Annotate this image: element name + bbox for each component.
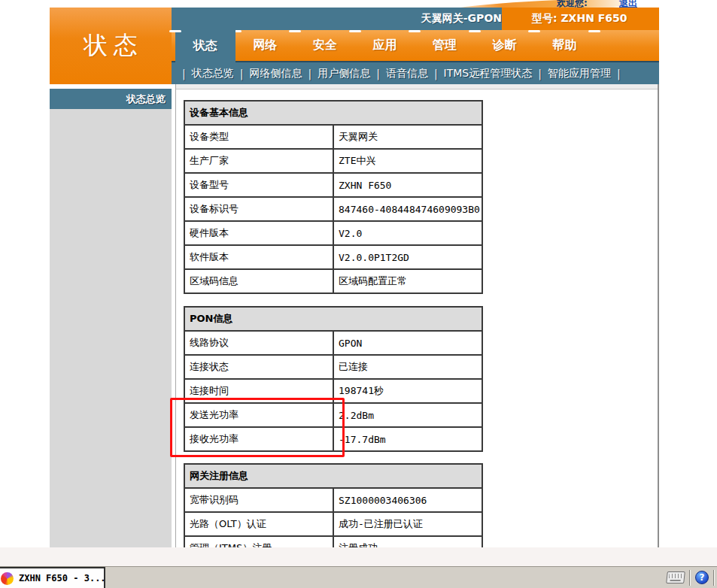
row-value: GPON [333, 331, 482, 355]
browser-logo-icon [1, 572, 14, 585]
table-row: 软件版本V2.0.0P1T2GD [184, 245, 482, 269]
table-row: 线路协议GPON [184, 331, 482, 355]
table-row: 管理（ITMS）注册注册成功 [184, 536, 482, 547]
subnav-item-1[interactable]: 网络侧信息 [249, 67, 302, 80]
tab-2[interactable]: 安全 [295, 30, 355, 61]
tray-divider [713, 570, 715, 586]
row-value: -17.7dBm [333, 427, 482, 451]
tab-label: 帮助 [552, 38, 576, 53]
row-value: 847460-408448474609093B0 [333, 197, 482, 221]
table-row: 发送光功率2.2dBm [184, 403, 482, 427]
subnav-separator: | [617, 68, 621, 80]
table-row: 连接时间198741秒 [184, 379, 482, 403]
row-value: ZTE中兴 [333, 149, 482, 173]
keyboard-icon[interactable] [666, 571, 685, 583]
row-label: 接收光功率 [184, 427, 333, 451]
subnav-item-4[interactable]: ITMS远程管理状态 [444, 67, 533, 80]
row-label: 宽带识别码 [184, 488, 333, 512]
subnav-separator: | [240, 68, 244, 80]
subnav-item-2[interactable]: 用户侧信息 [317, 67, 370, 80]
table-row: 生产厂家ZTE中兴 [184, 149, 482, 173]
taskbar-tray: ? [667, 567, 717, 588]
tab-1[interactable]: 网络 [235, 30, 296, 61]
subnav-separator: | [434, 68, 438, 80]
row-value: SZ1000003406306 [333, 488, 482, 512]
row-label: 管理（ITMS）注册 [184, 536, 333, 547]
table-row: 区域码信息区域码配置正常 [184, 269, 482, 293]
subnav-separator: | [308, 68, 311, 80]
tables-container: 设备基本信息设备类型天翼网关生产厂家ZTE中兴设备型号ZXHN F650设备标识… [176, 100, 658, 547]
row-label: 硬件版本 [184, 221, 333, 245]
banner-swoosh-decoration [441, 0, 644, 8]
tab-bar: 状态网络安全应用管理诊断帮助 [175, 30, 594, 61]
info-table-0: 设备基本信息设备类型天翼网关生产厂家ZTE中兴设备型号ZXHN F650设备标识… [184, 100, 483, 294]
row-label: 连接时间 [184, 379, 333, 403]
row-value: 2.2dBm [333, 403, 482, 427]
subnav-separator: | [538, 68, 542, 80]
product-name-band: 天翼网关-GPON [172, 8, 502, 30]
info-table-1: PON信息线路协议GPON连接状态已连接连接时间198741秒发送光功率2.2d… [184, 306, 483, 452]
table-row: 连接状态已连接 [184, 355, 482, 379]
tab-4[interactable]: 管理 [415, 30, 475, 61]
row-value: 注册成功 [333, 536, 482, 547]
help-question-icon[interactable]: ? [695, 571, 709, 584]
tab-label: 诊断 [493, 38, 517, 53]
row-value: 天翼网关 [333, 125, 482, 149]
frame-top-strip [176, 84, 658, 89]
router-admin-page: 欢迎您: 退出 状态 天翼网关-GPON 型号: ZXHN F650 状态网络安… [0, 0, 717, 588]
taskbar: ZXHN F650 - 3... ? [0, 566, 717, 588]
tab-0[interactable]: 状态 [175, 30, 235, 62]
tab-label: 状态 [193, 38, 217, 54]
table-title: PON信息 [184, 307, 482, 331]
product-name: 天翼网关-GPON [421, 12, 502, 26]
row-value: ZXHN F650 [333, 173, 482, 197]
row-label: 区域码信息 [184, 269, 333, 293]
table-title: 设备基本信息 [184, 101, 482, 125]
row-label: 设备类型 [184, 125, 333, 149]
top-banner-strip: 欢迎您: 退出 [50, 0, 659, 8]
table-row: 宽带识别码SZ1000003406306 [184, 488, 482, 512]
row-value: V2.0.0P1T2GD [333, 245, 482, 269]
tab-3[interactable]: 应用 [355, 30, 415, 61]
tab-label: 网络 [253, 38, 277, 53]
model-band: 型号: ZXHN F650 [502, 8, 659, 30]
window-bottom-edge [0, 547, 717, 566]
tab-5[interactable]: 诊断 [475, 30, 535, 61]
logout-link[interactable]: 退出 [619, 0, 637, 8]
tab-label: 应用 [373, 38, 397, 53]
taskbar-window-title: ZXHN F650 - 3... [19, 573, 106, 583]
sidebar-background [50, 109, 172, 547]
row-value: 成功-已注册已认证 [333, 512, 482, 536]
table-row: 设备标识号847460-408448474609093B0 [184, 197, 482, 221]
taskbar-window-button[interactable]: ZXHN F650 - 3... [0, 567, 105, 588]
row-value: V2.0 [333, 221, 482, 245]
table-row: 设备类型天翼网关 [184, 125, 482, 149]
row-label: 发送光功率 [184, 403, 333, 427]
subnav-separator: | [182, 68, 186, 80]
subnav-item-0[interactable]: 状态总览 [192, 67, 234, 80]
row-value: 已连接 [333, 355, 482, 379]
info-table-2: 网关注册信息宽带识别码SZ1000003406306光路（OLT）认证成功-已注… [184, 463, 483, 547]
row-label: 设备型号 [184, 173, 333, 197]
row-value: 198741秒 [333, 379, 482, 403]
section-title-block: 状态 [50, 8, 172, 84]
table-row: 接收光功率-17.7dBm [184, 427, 482, 451]
subnav-separator: | [376, 68, 380, 80]
row-label: 连接状态 [184, 355, 333, 379]
table-row: 设备型号ZXHN F650 [184, 173, 482, 197]
subnav-item-3[interactable]: 语音信息 [386, 67, 428, 80]
row-label: 软件版本 [184, 245, 333, 269]
row-value: 区域码配置正常 [333, 269, 482, 293]
row-label: 光路（OLT）认证 [184, 512, 333, 536]
table-title: 网关注册信息 [184, 464, 482, 488]
tab-row: 状态网络安全应用管理诊断帮助 [172, 30, 659, 61]
sidebar-item-status-overview[interactable]: 状态总览 [50, 89, 172, 109]
model-label: 型号: ZXHN F650 [532, 12, 627, 26]
table-row: 硬件版本V2.0 [184, 221, 482, 245]
tray-divider [689, 570, 691, 586]
tab-6[interactable]: 帮助 [534, 30, 594, 61]
subnav-item-5[interactable]: 智能应用管理 [548, 67, 611, 80]
tab-label: 管理 [433, 38, 457, 53]
row-label: 设备标识号 [184, 197, 333, 221]
row-label: 生产厂家 [184, 149, 333, 173]
